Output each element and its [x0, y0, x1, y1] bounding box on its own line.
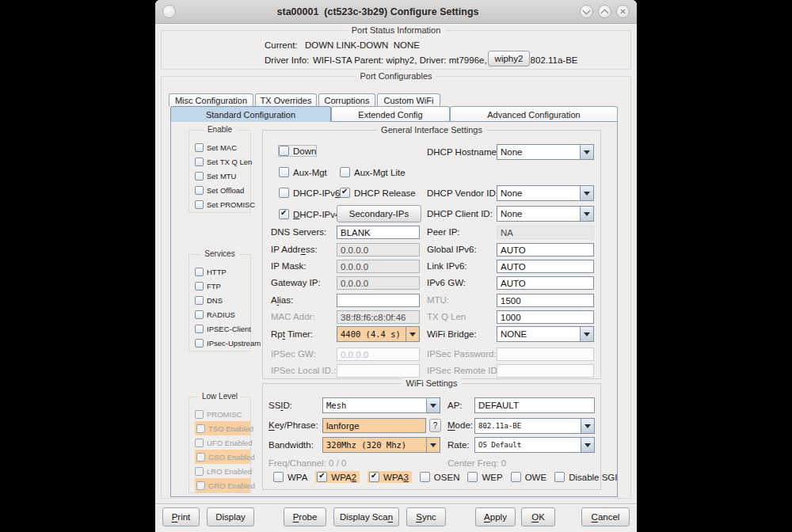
ipv6-gw-label: IPv6 GW: — [427, 278, 466, 287]
checkbox-label: IPSEC-Client — [207, 325, 251, 333]
checkbox-owe[interactable]: OWE — [511, 472, 546, 482]
enable-group: Enable Set MAC Set TX Q Len Set MTU Set … — [188, 130, 251, 213]
tab-row-secondary: Misc Configuration TX Overrides Corrupti… — [169, 93, 442, 106]
tab-extended-config[interactable]: Extended Config — [331, 106, 450, 122]
checkbox-box — [279, 209, 289, 219]
dhcp-vendor-id-label: DHCP Vendor ID: — [427, 188, 498, 198]
checkbox-dhcp-ipv4[interactable]: DHCP-IPv4 — [279, 209, 340, 219]
dhcp-hostname-dropdown[interactable]: None — [497, 144, 594, 160]
checkbox-box — [195, 410, 204, 419]
configure-settings-window: sta00001 (ct523c-3b29) Configure Setting… — [155, 0, 637, 532]
checkbox-set-mac[interactable]: Set MAC — [195, 140, 250, 154]
checkbox-dns[interactable]: DNS — [195, 293, 250, 307]
link-ipv6-field[interactable]: AUTO — [497, 260, 594, 273]
ip-mask-label: IP Mask: — [271, 261, 307, 271]
checkbox-radius[interactable]: RADIUS — [195, 307, 250, 321]
probe-button[interactable]: Probe — [284, 507, 326, 526]
window-shade-button[interactable] — [580, 5, 593, 18]
checkbox-http[interactable]: HTTP — [195, 264, 250, 279]
checkbox-wpa3[interactable]: WPA3 — [367, 471, 412, 483]
dns-servers-field[interactable]: BLANK — [337, 226, 420, 239]
global-ipv6-label: Global IPv6: — [427, 245, 477, 254]
tx-q-len-field[interactable]: 1000 — [497, 310, 594, 324]
checkbox-osen[interactable]: OSEN — [420, 472, 460, 482]
print-button[interactable]: Print — [162, 507, 200, 526]
checkbox-aux-mgt-lite[interactable]: Aux-Mgt Lite — [340, 167, 406, 177]
tab-standard-configuration[interactable]: Standard Configuration — [170, 106, 331, 122]
dropdown-arrow-icon — [426, 438, 440, 452]
key-phrase-field[interactable]: lanforge — [322, 418, 426, 433]
checkbox-set-offload[interactable]: Set Offload — [195, 183, 250, 197]
checkbox-wpa[interactable]: WPA — [273, 472, 307, 482]
global-ipv6-field[interactable]: AUTO — [497, 243, 594, 256]
tab-misc-configuration[interactable]: Misc Configuration — [169, 93, 253, 106]
dhcp-vendor-id-dropdown[interactable]: None — [497, 185, 594, 201]
checkbox-box — [340, 167, 350, 177]
peer-ip-field: NA — [497, 226, 594, 239]
key-phrase-help-button[interactable]: ? — [429, 419, 441, 432]
wifi-bridge-dropdown[interactable]: NONE — [497, 326, 594, 342]
tab-custom-wifi[interactable]: Custom WiFi — [377, 93, 440, 106]
dropdown-value: Mesh — [323, 398, 426, 412]
ap-field[interactable]: DEFAULT — [474, 397, 595, 413]
checkbox-box — [467, 472, 478, 482]
checkbox-box — [273, 472, 284, 482]
mtu-field[interactable]: 1500 — [497, 294, 594, 307]
checkbox-label: WPA2 — [331, 473, 356, 482]
dhcp-client-id-dropdown[interactable]: None — [497, 206, 594, 222]
secondary-ips-button[interactable]: Secondary-IPs — [337, 205, 421, 222]
dhcp-hostname-label: DHCP Hostname: — [427, 147, 499, 157]
window-menu-button[interactable] — [162, 5, 176, 18]
mode-dropdown[interactable]: 802.11a-BE — [474, 418, 595, 434]
alias-field[interactable] — [337, 294, 420, 307]
dropdown-arrow-icon — [581, 438, 594, 452]
cancel-button[interactable]: Cancel — [581, 507, 630, 526]
checkbox-wep[interactable]: WEP — [467, 472, 502, 482]
wiphy2-button[interactable]: wiphy2 — [488, 51, 530, 66]
checkbox-ftp[interactable]: FTP — [195, 279, 250, 293]
window-close-button[interactable]: ✕ — [616, 5, 630, 18]
checkbox-ipsec-client[interactable]: IPSEC-Client — [195, 321, 250, 336]
checkbox-label: OSEN — [434, 473, 460, 482]
checkbox-ipsec-upstream[interactable]: IPsec-Upstream — [195, 336, 250, 350]
checkbox-down[interactable]: Down — [279, 146, 316, 156]
wifi-settings-title: WiFi Settings — [402, 378, 462, 388]
checkbox-gso-enabled: GSO Enabled — [195, 450, 250, 464]
tab-corruptions[interactable]: Corruptions — [318, 93, 375, 106]
tab-tx-overrides[interactable]: TX Overrides — [255, 93, 317, 106]
dropdown-value: 320Mhz (320 Mhz) — [323, 438, 426, 452]
display-button[interactable]: Display — [207, 507, 254, 526]
checkbox-dhcp-release[interactable]: DHCP Release — [340, 188, 416, 198]
checkbox-aux-mgt[interactable]: Aux-Mgt — [279, 167, 327, 177]
ok-button[interactable]: OK — [521, 507, 555, 526]
checkbox-box — [195, 310, 204, 319]
rate-dropdown[interactable]: OS Default — [474, 437, 595, 453]
checkbox-set-tx-q-len[interactable]: Set TX Q Len — [195, 154, 250, 169]
checkbox-label: WPA — [287, 473, 307, 482]
dropdown-arrow-icon — [581, 419, 594, 433]
apply-button[interactable]: Apply — [475, 507, 516, 526]
display-scan-button[interactable]: Display Scan — [333, 507, 399, 526]
checkbox-set-promisc[interactable]: Set PROMISC — [195, 197, 250, 211]
driver-info-label: Driver Info: — [265, 55, 309, 65]
checkbox-dhcp-ipv6[interactable]: DHCP-IPv6 — [279, 188, 340, 198]
checkbox-label: RADIUS — [207, 310, 235, 319]
ipv6-gw-field[interactable]: AUTO — [497, 276, 594, 290]
rpt-timer-dropdown[interactable]: 4400 (4.4 s) — [337, 326, 420, 342]
help-icon: ? — [433, 421, 438, 430]
checkbox-disable-sgi[interactable]: Disable SGI — [554, 472, 617, 482]
checkbox-lro-enabled: LRO Enabled — [195, 464, 250, 478]
dropdown-arrow-icon — [580, 207, 593, 221]
ssid-dropdown[interactable]: Mesh — [322, 397, 440, 413]
port-status-section: Port Status Information Current: DOWN LI… — [161, 30, 631, 70]
dropdown-value: None — [497, 186, 580, 200]
driver-info-value: WIFI-STA Parent: wiphy2, Driver: mt7996e… — [313, 55, 578, 65]
tx-q-len-label: TX Q Len — [427, 312, 466, 321]
checkbox-set-mtu[interactable]: Set MTU — [195, 169, 250, 183]
current-label: Current: — [265, 40, 298, 50]
window-unshade-button[interactable] — [598, 5, 611, 18]
tab-advanced-configuration[interactable]: Advanced Configuration — [450, 106, 618, 122]
bandwidth-dropdown[interactable]: 320Mhz (320 Mhz) — [322, 437, 440, 453]
sync-button[interactable]: Sync — [406, 507, 446, 526]
checkbox-wpa2[interactable]: WPA2 — [315, 471, 360, 483]
